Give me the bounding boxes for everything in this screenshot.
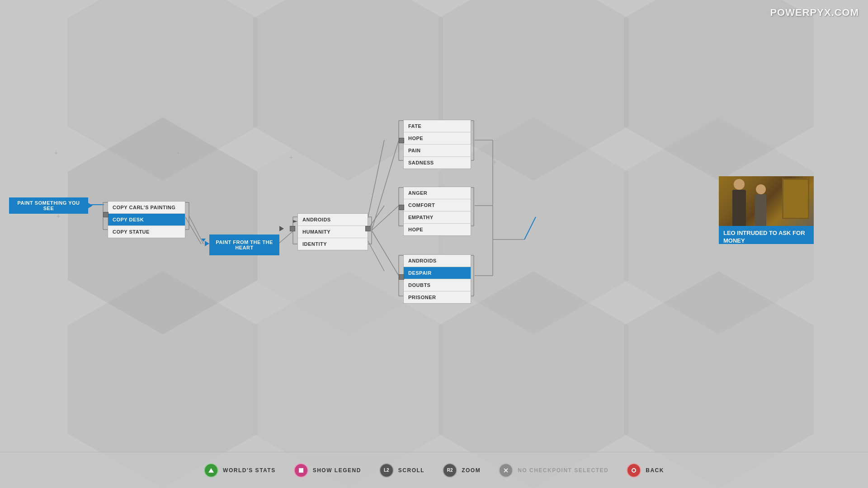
main-canvas: POWERPYX.COM [0,0,868,488]
paint-heart-node[interactable]: PAINT FROM THE THE HEART [209,235,279,255]
start-arrow [88,202,93,210]
zoom-button[interactable]: R2 ZOOM [443,463,481,478]
show-legend-label: SHOW LEGEND [313,467,361,474]
watermark: POWERPYX.COM [770,7,859,19]
svg-line-45 [372,206,399,230]
paint-arrow-2 [279,226,284,231]
bottom-bar: WORLD'S STATS SHOW LEGEND L2 SCROLL R2 Z… [0,452,868,488]
pain-option[interactable]: PAIN [404,145,471,157]
svg-line-2 [278,230,294,244]
triangle-icon [204,463,218,478]
androids-option-2[interactable]: ANDROIDS [404,255,471,267]
back-label: BACK [646,467,664,474]
svg-line-1 [184,216,201,244]
anger-option[interactable]: ANGER [404,187,471,199]
worlds-stats-button[interactable]: WORLD'S STATS [204,463,276,478]
prisoner-option[interactable]: PRISONER [404,291,471,303]
connector-anger [399,205,404,210]
crosshair-3: + [289,154,293,161]
connector-paint-right [365,226,371,231]
svg-marker-49 [208,468,214,473]
video-card[interactable]: LEO INTRUDED TO ASK FOR MONEY [719,176,814,244]
svg-line-46 [372,230,399,276]
crosshair-4: + [493,158,496,165]
doubts-option[interactable]: DOUBTS [404,279,471,291]
svg-line-5 [367,239,384,271]
connector-despair [399,274,404,280]
sadness-option[interactable]: SADNESS [404,157,471,169]
scroll-label: SCROLL [398,467,425,474]
comfort-option[interactable]: COMFORT [404,199,471,211]
connector-copy [103,212,108,217]
svg-line-44 [372,140,399,230]
fate-group: FATE HOPE PAIN SADNESS [403,120,471,169]
crosshair-2: + [176,149,180,156]
identity-option[interactable]: IDENTITY [298,238,368,250]
checkpoint-label: NO CHECKPOINT SELECTED [518,467,609,474]
svg-line-37 [189,216,203,244]
zoom-label: ZOOM [462,467,481,474]
square-icon [294,463,308,478]
despair-group: ANDROIDS DESPAIR DOUBTS PRISONER [403,254,471,304]
start-node[interactable]: PAINT SOMETHING YOU SEE [9,197,88,214]
hope-option-2[interactable]: HOPE [404,224,471,235]
androids-option-1[interactable]: ANDROIDS [298,214,368,226]
l2-icon: L2 [379,463,394,478]
hope-option-1[interactable]: HOPE [404,132,471,145]
despair-option[interactable]: DESPAIR [404,267,471,279]
r2-icon: R2 [443,463,457,478]
scroll-button[interactable]: L2 SCROLL [379,463,425,478]
x-icon [499,463,513,478]
copy-statue-option[interactable]: COPY STATUE [108,226,185,238]
video-thumbnail-image [719,176,814,226]
crosshair-1: + [54,149,58,156]
connector-fate [399,138,404,143]
svg-marker-48 [293,220,297,223]
checkpoint-button: NO CHECKPOINT SELECTED [499,463,609,478]
svg-line-3 [367,140,384,221]
paint-options-group: ANDROIDS HUMANITY IDENTITY [297,213,368,250]
copy-carls-painting-option[interactable]: COPY CARL'S PAINTING [108,202,185,214]
back-button[interactable]: BACK [627,463,664,478]
copy-options-group: COPY CARL'S PAINTING COPY DESK COPY STAT… [108,201,185,238]
connector-paint [290,226,295,231]
paint-arrow [205,241,209,246]
svg-point-53 [632,469,636,472]
copy-desk-option[interactable]: COPY DESK [108,214,185,226]
humanity-option[interactable]: HUMANITY [298,226,368,238]
show-legend-button[interactable]: SHOW LEGEND [294,463,361,478]
svg-line-12 [524,217,536,239]
empathy-option[interactable]: EMPATHY [404,211,471,224]
worlds-stats-label: WORLD'S STATS [223,467,276,474]
fate-option[interactable]: FATE [404,120,471,132]
anger-group: ANGER COMFORT EMPATHY HOPE [403,187,471,236]
svg-rect-50 [299,468,303,473]
circle-icon [627,463,641,478]
flow-connections [0,0,868,488]
video-caption: LEO INTRUDED TO ASK FOR MONEY [719,226,814,244]
